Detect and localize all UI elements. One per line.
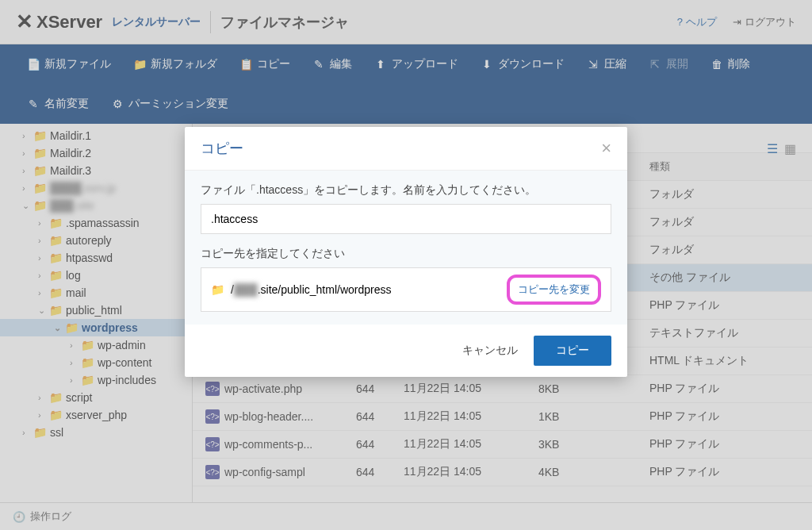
copy-dialog: コピー × ファイル「.htaccess」をコピーします。名前を入力してください… (185, 127, 627, 377)
dest-label: コピー先を指定してください (201, 247, 611, 261)
dest-path: /███.site/public_html/wordpress (231, 283, 392, 296)
modal-overlay: コピー × ファイル「.htaccess」をコピーします。名前を入力してください… (0, 0, 812, 530)
folder-icon: 📁 (211, 283, 224, 296)
cancel-button[interactable]: キャンセル (462, 344, 518, 358)
dialog-title: コピー (201, 139, 243, 158)
dialog-msg: ファイル「.htaccess」をコピーします。名前を入力してください。 (201, 183, 611, 198)
dest-row: 📁 /███.site/public_html/wordpress コピー先を変… (201, 267, 611, 312)
dialog-header: コピー × (185, 127, 627, 171)
dialog-footer: キャンセル コピー (185, 325, 627, 377)
change-dest-button[interactable]: コピー先を変更 (507, 275, 601, 305)
dialog-body: ファイル「.htaccess」をコピーします。名前を入力してください。 コピー先… (185, 171, 627, 325)
confirm-button[interactable]: コピー (534, 336, 611, 366)
close-icon[interactable]: × (601, 138, 611, 159)
filename-input[interactable] (201, 204, 611, 234)
